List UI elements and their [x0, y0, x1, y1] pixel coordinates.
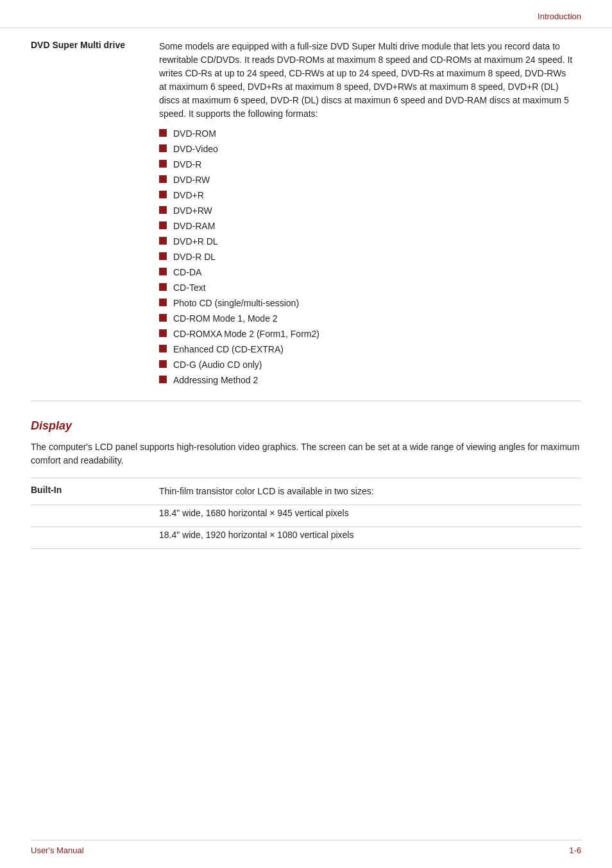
page-header: Introduction	[0, 0, 612, 28]
list-item: CD-ROMXA Mode 2 (Form1, Form2)	[159, 327, 575, 341]
dvd-row: DVD Super Multi drive Some models are eq…	[31, 28, 581, 401]
list-item-text: Enhanced CD (CD-EXTRA)	[173, 343, 284, 356]
list-item-text: DVD+RW	[173, 204, 212, 218]
display-size2-label-empty	[31, 527, 159, 549]
list-item: DVD+R	[159, 189, 575, 202]
list-item: DVD-RAM	[159, 220, 575, 233]
bullet-icon	[159, 268, 167, 275]
dvd-description-text: Some models are equipped with a full-siz…	[159, 40, 575, 121]
bullet-icon	[159, 360, 167, 368]
list-item: DVD-RW	[159, 173, 575, 187]
footer-label: User's Manual	[31, 846, 84, 855]
list-item: DVD+RW	[159, 204, 575, 218]
list-item: CD-Text	[159, 281, 575, 295]
list-item: CD-DA	[159, 266, 575, 279]
bullet-icon	[159, 345, 167, 352]
page-footer: User's Manual 1-6	[31, 840, 581, 855]
bullet-icon	[159, 175, 167, 183]
bullet-icon	[159, 376, 167, 383]
display-size1-label-empty	[31, 505, 159, 527]
list-item-text: Photo CD (single/multi-session)	[173, 297, 299, 310]
list-item: Addressing Method 2	[159, 374, 575, 387]
list-item-text: DVD-ROM	[173, 127, 216, 141]
list-item-text: DVD-R	[173, 158, 201, 171]
display-size2-row: 18.4" wide, 1920 horizontal × 1080 verti…	[31, 527, 581, 549]
bullet-icon	[159, 299, 167, 306]
footer-page-number: 1-6	[569, 846, 581, 855]
list-item-text: Addressing Method 2	[173, 374, 258, 387]
list-item: Enhanced CD (CD-EXTRA)	[159, 343, 575, 356]
bullet-icon	[159, 314, 167, 322]
list-item-text: DVD-R DL	[173, 250, 216, 264]
bullet-icon	[159, 221, 167, 229]
display-intro-text: The computer's LCD panel supports high-r…	[31, 440, 581, 467]
display-heading: Display	[31, 419, 581, 433]
bullet-icon	[159, 283, 167, 291]
built-in-label: Built-In	[31, 478, 159, 505]
list-item: DVD-R DL	[159, 250, 575, 264]
list-item-text: CD-DA	[173, 266, 201, 279]
bullet-icon	[159, 252, 167, 260]
list-item: DVD+R DL	[159, 235, 575, 248]
display-size2-value: 18.4" wide, 1920 horizontal × 1080 verti…	[159, 527, 581, 549]
dvd-description-cell: Some models are equipped with a full-siz…	[159, 28, 581, 401]
list-item-text: DVD+R	[173, 189, 204, 202]
list-item: Photo CD (single/multi-session)	[159, 297, 575, 310]
display-table: Built-In Thin-film transistor color LCD …	[31, 478, 581, 549]
bullet-icon	[159, 160, 167, 168]
page-content: DVD Super Multi drive Some models are eq…	[0, 28, 612, 562]
display-section: Display The computer's LCD panel support…	[31, 419, 581, 562]
bullet-icon	[159, 144, 167, 152]
dvd-format-list: DVD-ROMDVD-VideoDVD-RDVD-RWDVD+RDVD+RWDV…	[159, 127, 575, 387]
list-item-text: CD-G (Audio CD only)	[173, 358, 262, 372]
bullet-icon	[159, 191, 167, 198]
list-item-text: DVD-Video	[173, 143, 218, 156]
display-built-in-row: Built-In Thin-film transistor color LCD …	[31, 478, 581, 505]
display-size1-value: 18.4" wide, 1680 horizontal × 945 vertic…	[159, 505, 581, 527]
list-item-text: CD-ROM Mode 1, Mode 2	[173, 312, 278, 326]
list-item: DVD-R	[159, 158, 575, 171]
list-item: DVD-Video	[159, 143, 575, 156]
bullet-icon	[159, 129, 167, 137]
list-item-text: DVD-RAM	[173, 220, 215, 233]
list-item: CD-ROM Mode 1, Mode 2	[159, 312, 575, 326]
list-item-text: CD-ROMXA Mode 2 (Form1, Form2)	[173, 327, 319, 341]
list-item-text: DVD+R DL	[173, 235, 218, 248]
list-item-text: CD-Text	[173, 281, 206, 295]
list-item: DVD-ROM	[159, 127, 575, 141]
list-item-text: DVD-RW	[173, 173, 210, 187]
dvd-label: DVD Super Multi drive	[31, 28, 159, 401]
bullet-icon	[159, 329, 167, 337]
chapter-title: Introduction	[538, 12, 581, 21]
display-size1-row: 18.4" wide, 1680 horizontal × 945 vertic…	[31, 505, 581, 527]
bullet-icon	[159, 237, 167, 245]
bullet-icon	[159, 206, 167, 214]
dvd-table: DVD Super Multi drive Some models are eq…	[31, 28, 581, 401]
list-item: CD-G (Audio CD only)	[159, 358, 575, 372]
built-in-description: Thin-film transistor color LCD is availa…	[159, 478, 581, 505]
